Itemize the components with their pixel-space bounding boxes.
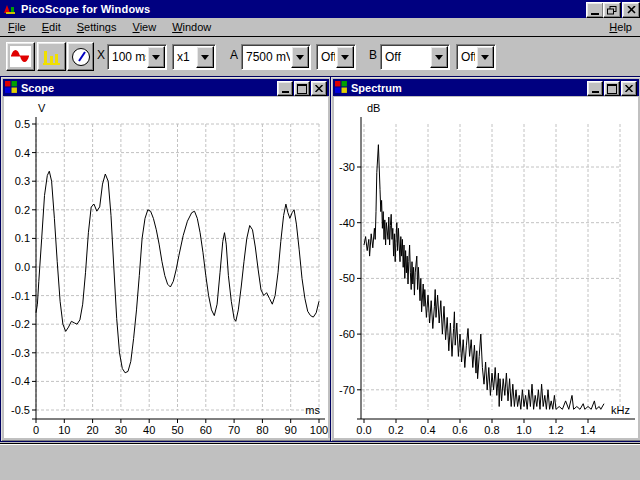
channel-b-range-value: Off [381, 45, 429, 69]
meter-gauge-icon [71, 47, 91, 67]
main-titlebar[interactable]: PicoScope for Windows [0, 0, 640, 18]
close-icon [627, 6, 636, 14]
chevron-down-icon[interactable] [476, 46, 494, 68]
svg-text:10: 10 [58, 424, 70, 436]
channel-b-mode-value: Off [457, 45, 475, 69]
svg-text:-0.4: -0.4 [11, 375, 30, 387]
svg-text:-40: -40 [339, 217, 355, 229]
svg-text:dB: dB [367, 102, 380, 114]
svg-text:-0.3: -0.3 [11, 347, 30, 359]
close-icon [625, 85, 633, 92]
svg-text:0.0: 0.0 [356, 424, 371, 436]
scope-titlebar[interactable]: Scope [3, 79, 329, 96]
spectrum-titlebar[interactable]: Spectrum [333, 79, 639, 96]
minimize-button[interactable] [277, 81, 293, 96]
svg-text:20: 20 [86, 424, 98, 436]
svg-text:80: 80 [256, 424, 268, 436]
svg-text:-60: -60 [339, 328, 355, 340]
svg-text:1.4: 1.4 [580, 424, 595, 436]
menu-item-help[interactable]: Help [601, 20, 640, 34]
svg-text:90: 90 [285, 424, 297, 436]
chevron-down-icon[interactable] [336, 46, 354, 68]
x-multiplier-value: x1 [173, 45, 195, 69]
svg-text:0.0: 0.0 [15, 261, 30, 273]
minimize-icon [592, 91, 599, 93]
svg-text:60: 60 [200, 424, 212, 436]
close-button[interactable] [311, 81, 327, 96]
spectrum-view-button[interactable] [37, 42, 66, 71]
close-icon [315, 85, 323, 92]
svg-text:ms: ms [305, 404, 320, 416]
svg-text:0.2: 0.2 [15, 204, 30, 216]
svg-text:0.1: 0.1 [15, 232, 30, 244]
window-icon [5, 81, 18, 94]
chevron-down-icon[interactable] [147, 46, 165, 68]
minimize-icon [591, 13, 599, 15]
timebase-select[interactable]: 100 ms [107, 44, 167, 70]
menu-item-window[interactable]: Window [164, 20, 219, 34]
close-button[interactable] [622, 2, 640, 18]
picoscope-app: PicoScope for Windows FileEditSettingsVi… [0, 0, 640, 480]
svg-text:0: 0 [33, 424, 39, 436]
svg-text:1.0: 1.0 [516, 424, 531, 436]
scope-window: Scope 0.50.40.30.20.10.0-0.1-0.2-0.3-0.4… [0, 76, 332, 442]
menu-item-edit[interactable]: Edit [34, 20, 69, 34]
minimize-button[interactable] [587, 81, 603, 96]
spectrum-bars-icon [41, 46, 62, 67]
toolbar: X 100 ms x1 A 7500 mV Off B Off Off [0, 36, 640, 76]
svg-text:0.3: 0.3 [15, 175, 30, 187]
chevron-down-icon[interactable] [430, 46, 448, 68]
window-title: PicoScope for Windows [21, 3, 150, 15]
meter-view-button[interactable] [67, 42, 94, 71]
svg-text:-50: -50 [339, 272, 355, 284]
scope-plot-area: 0.50.40.30.20.10.0-0.1-0.2-0.3-0.4-0.501… [4, 97, 328, 438]
maximize-button[interactable] [294, 81, 310, 96]
channel-b-mode-select[interactable]: Off [456, 44, 496, 70]
x-multiplier-select[interactable]: x1 [172, 44, 216, 70]
channel-a-mode-select[interactable]: Off [316, 44, 356, 70]
maximize-button[interactable] [604, 81, 620, 96]
svg-text:-0.2: -0.2 [11, 318, 30, 330]
svg-text:-0.5: -0.5 [11, 404, 30, 416]
menu-item-settings[interactable]: Settings [69, 20, 125, 34]
svg-text:40: 40 [143, 424, 155, 436]
svg-text:0.4: 0.4 [15, 147, 30, 159]
menu-bar: FileEditSettingsViewWindowHelp [0, 18, 640, 36]
app-icon [3, 2, 17, 16]
mdi-workspace: Scope 0.50.40.30.20.10.0-0.1-0.2-0.3-0.4… [0, 76, 640, 443]
svg-text:100: 100 [310, 424, 328, 436]
svg-text:V: V [38, 102, 46, 114]
scope-wave-icon [10, 46, 31, 67]
scope-chart: 0.50.40.30.20.10.0-0.1-0.2-0.3-0.4-0.501… [4, 97, 328, 439]
svg-text:0.6: 0.6 [452, 424, 467, 436]
channel-a-mode-value: Off [317, 45, 335, 69]
svg-text:kHz: kHz [611, 404, 630, 416]
restore-button[interactable] [603, 2, 621, 18]
svg-text:-30: -30 [339, 161, 355, 173]
timebase-label: X [97, 48, 105, 62]
minimize-button[interactable] [586, 2, 604, 18]
svg-text:50: 50 [171, 424, 183, 436]
svg-text:0.8: 0.8 [484, 424, 499, 436]
svg-text:0.2: 0.2 [388, 424, 403, 436]
menu-item-file[interactable]: File [0, 20, 34, 34]
chevron-down-icon[interactable] [291, 46, 309, 68]
menu-item-view[interactable]: View [124, 20, 164, 34]
spectrum-chart: -30-40-50-60-700.00.20.40.60.81.01.21.4d… [334, 97, 638, 439]
scope-view-button[interactable] [6, 42, 35, 71]
svg-text:30: 30 [115, 424, 127, 436]
restore-icon [607, 6, 617, 15]
chevron-down-icon[interactable] [196, 46, 214, 68]
svg-text:0.5: 0.5 [15, 118, 30, 130]
maximize-icon [297, 84, 307, 94]
svg-text:0.4: 0.4 [420, 424, 435, 436]
channel-a-range-select[interactable]: 7500 mV [241, 44, 311, 70]
channel-b-label: B [369, 48, 377, 62]
svg-text:1.2: 1.2 [548, 424, 563, 436]
svg-text:70: 70 [228, 424, 240, 436]
svg-text:-0.1: -0.1 [11, 290, 30, 302]
channel-b-range-select[interactable]: Off [380, 44, 450, 70]
close-button[interactable] [621, 81, 637, 96]
channel-a-range-value: 7500 mV [242, 45, 290, 69]
maximize-icon [607, 84, 617, 94]
